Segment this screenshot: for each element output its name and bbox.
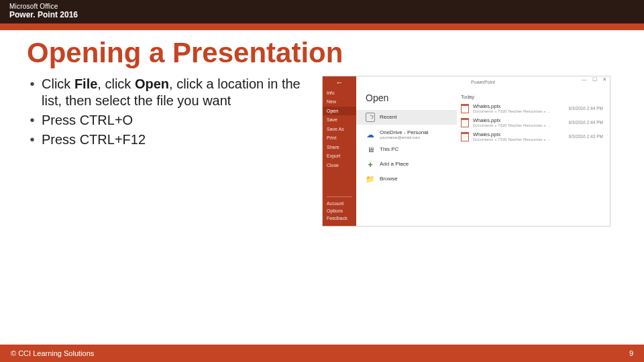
header-line2: Power. Point 2016 (9, 10, 635, 19)
maximize-icon[interactable]: ☐ (592, 76, 597, 82)
sidebar-item-print[interactable]: Print (323, 133, 356, 142)
sidebar-item-share[interactable]: Share (323, 143, 356, 152)
powerpoint-screenshot: ← Info New Open Save Save As Print Share… (322, 76, 610, 227)
location-onedrive[interactable]: OneDrive - Personal yourname@email.com (366, 130, 451, 139)
page-title: Opening a Presentation (0, 30, 644, 72)
sidebar-item-saveas[interactable]: Save As (323, 125, 356, 133)
open-locations: Open Recent OneDrive - Personal yourname… (356, 87, 457, 226)
accent-band (0, 23, 644, 30)
sidebar-item-new[interactable]: New (323, 97, 356, 106)
sidebar-item-info[interactable]: Info (323, 88, 356, 97)
slide: Microsoft Office Power. Point 2016 Openi… (0, 0, 644, 362)
footer: © CCI Learning Solutions 9 (0, 345, 644, 362)
recent-files: Today Whales.pptx Documents » 7320 Teach… (457, 87, 610, 226)
bullet-2: • Press CTRL+O (27, 112, 309, 129)
monitor-icon (366, 145, 375, 154)
sidebar-item-save[interactable]: Save (323, 115, 356, 124)
location-addplace[interactable]: Add a Place (366, 160, 451, 169)
bullet-dot: • (27, 131, 38, 148)
pptx-icon (461, 118, 469, 127)
close-icon[interactable]: ✕ (602, 76, 607, 82)
bullet-dot: • (27, 76, 38, 109)
bullet-1: • Click File, click Open, click a locati… (27, 76, 309, 109)
file-item[interactable]: Whales.pptx Documents » 7320 Teacher Res… (461, 131, 603, 141)
pp-app-title: PowerPoint (471, 80, 495, 84)
sidebar-item-account[interactable]: Account (323, 200, 356, 207)
minimize-icon[interactable]: — (582, 76, 587, 82)
location-thispc[interactable]: This PC (366, 145, 451, 154)
sidebar-item-export[interactable]: Export (323, 152, 356, 160)
sidebar-item-close[interactable]: Close (323, 161, 356, 170)
pp-titlebar: PowerPoint — ☐ ✕ (356, 76, 610, 87)
sidebar-item-options[interactable]: Options (323, 207, 356, 215)
location-browse[interactable]: Browse (366, 174, 451, 184)
cloud-icon (366, 130, 375, 139)
pp-main: PowerPoint — ☐ ✕ Open Recent (356, 76, 610, 226)
open-heading: Open (366, 93, 451, 103)
body: • Click File, click Open, click a locati… (0, 72, 644, 362)
pp-sidebar-bottom: Account Options Feedback (323, 194, 356, 226)
back-arrow-icon[interactable]: ← (323, 76, 356, 88)
pptx-icon (461, 104, 469, 113)
copyright: © CCI Learning Solutions (11, 349, 94, 357)
page-number: 9 (629, 349, 633, 357)
header-band: Microsoft Office Power. Point 2016 (0, 0, 644, 23)
pp-sidebar: ← Info New Open Save Save As Print Share… (323, 76, 356, 226)
bullet-3: • Press CTRL+F12 (27, 131, 309, 148)
plus-icon (366, 160, 375, 169)
pptx-icon (461, 132, 469, 141)
file-item[interactable]: Whales.pptx Documents » 7320 Teacher Res… (461, 117, 603, 127)
header-line1: Microsoft Office (9, 3, 635, 10)
pp-nav: Info New Open Save Save As Print Share E… (323, 88, 356, 170)
location-recent[interactable]: Recent (356, 110, 457, 125)
bullet-dot: • (27, 112, 38, 129)
sidebar-item-feedback[interactable]: Feedback (323, 215, 356, 222)
file-item[interactable]: Whales.pptx Documents » 7320 Teacher Res… (461, 103, 603, 113)
group-label: Today (461, 94, 603, 100)
clock-icon (366, 113, 375, 122)
bullet-list: • Click File, click Open, click a locati… (27, 76, 309, 362)
sidebar-item-open[interactable]: Open (323, 107, 356, 115)
folder-icon (366, 174, 375, 184)
